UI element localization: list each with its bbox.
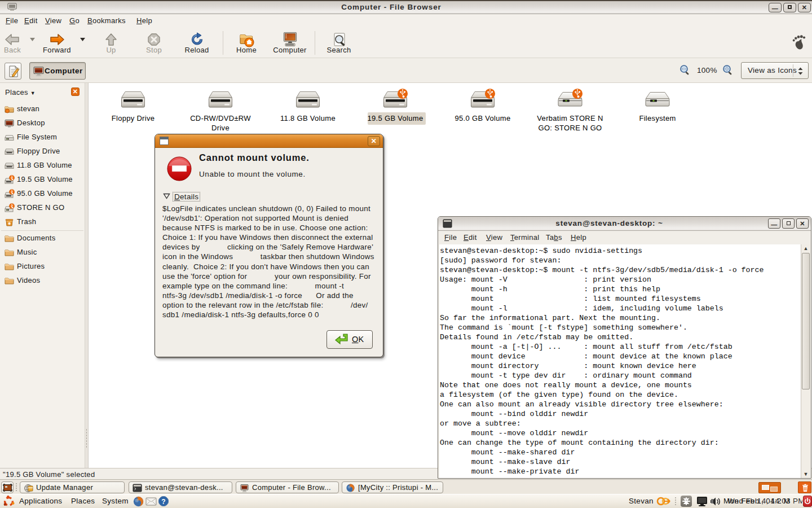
svg-text:?: ? <box>161 498 166 506</box>
